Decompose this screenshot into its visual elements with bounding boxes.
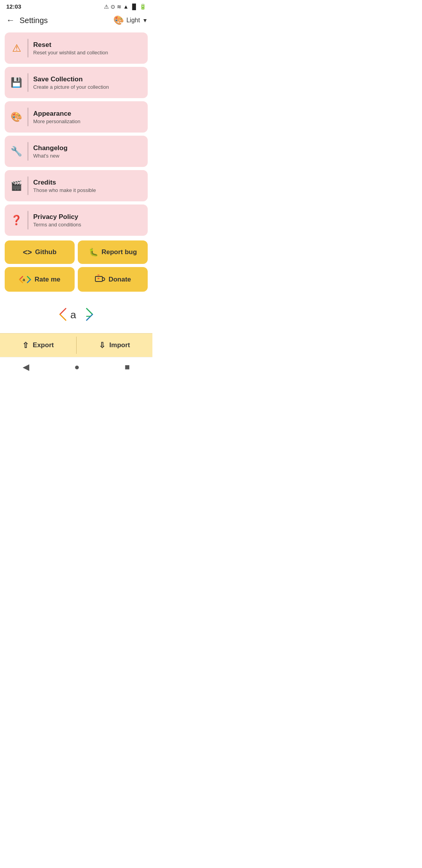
nav-recents-button[interactable]: ■: [125, 362, 130, 372]
report-bug-label: Report bug: [102, 248, 137, 256]
wifi-icon: ▲: [123, 4, 129, 10]
circle-icon: ⊙: [111, 4, 115, 10]
setting-card-reset[interactable]: ⚠ Reset Reset your wishlist and collecti…: [5, 32, 148, 64]
svg-line-7: [60, 314, 66, 320]
import-button[interactable]: ⇩ Import: [77, 334, 153, 357]
battery-icon: 🔋: [139, 4, 146, 10]
github-label: Github: [35, 248, 57, 256]
action-buttons-grid: <> Github 🐛 Report bug a Rate me: [5, 240, 148, 292]
credits-subtitle: Those who make it possible: [33, 187, 96, 193]
status-icons: ⚠ ⊙ ≋ ▲ ▐▌ 🔋: [104, 4, 146, 10]
privacy-policy-title: Privacy Policy: [33, 213, 81, 221]
film-icon: 🎬: [10, 180, 23, 191]
settings-content: ⚠ Reset Reset your wishlist and collecti…: [0, 29, 152, 333]
nav-home-button[interactable]: ●: [74, 362, 79, 372]
warning-triangle-icon: ⚠: [10, 42, 23, 54]
rate-me-button[interactable]: a Rate me: [5, 267, 75, 292]
bottom-bar: ⇧ Export ⇩ Import: [0, 333, 152, 357]
changelog-title: Changelog: [33, 144, 68, 152]
import-icon: ⇩: [99, 341, 106, 350]
setting-card-appearance[interactable]: 🎨 Appearance More personalization: [5, 101, 148, 133]
code-icon: <>: [23, 248, 32, 257]
card-divider: [27, 176, 29, 195]
privacy-policy-subtitle: Terms and conditions: [33, 222, 81, 228]
rate-me-label: Rate me: [34, 276, 60, 283]
svg-line-6: [60, 308, 66, 314]
report-bug-button[interactable]: 🐛 Report bug: [78, 240, 148, 264]
top-bar-left: ← Settings: [5, 14, 48, 27]
export-icon: ⇧: [22, 341, 29, 350]
setting-card-save-collection[interactable]: 💾 Save Collection Create a picture of yo…: [5, 67, 148, 98]
setting-card-credits[interactable]: 🎬 Credits Those who make it possible: [5, 170, 148, 201]
status-bar: 12:03 ⚠ ⊙ ≋ ▲ ▐▌ 🔋: [0, 0, 152, 11]
rate-icon: a: [19, 275, 31, 284]
svg-text:a: a: [23, 277, 25, 282]
export-label: Export: [33, 341, 54, 349]
svg-line-3: [27, 276, 30, 280]
card-divider: [27, 142, 29, 161]
warning-icon: ⚠: [104, 4, 109, 10]
reset-subtitle: Reset your wishlist and collection: [33, 50, 108, 56]
card-divider: [27, 39, 29, 57]
theme-label: Light: [126, 17, 140, 24]
credits-title: Credits: [33, 179, 96, 187]
palette-icon: 🎨: [113, 15, 124, 25]
setting-card-changelog[interactable]: 🔧 Changelog What's new: [5, 136, 148, 167]
save-collection-title: Save Collection: [33, 75, 109, 83]
svg-text:a: a: [70, 309, 76, 321]
wrench-icon: 🔧: [10, 146, 23, 157]
status-time: 12:03: [6, 3, 21, 10]
save-icon: 💾: [10, 77, 23, 88]
nav-bar: ◀ ● ■: [0, 357, 152, 377]
svg-line-1: [20, 280, 23, 283]
signal-bars-icon: ▐▌: [130, 4, 138, 10]
logo-area: a: [5, 295, 148, 330]
rate-me-icon-svg: a: [19, 275, 31, 284]
svg-line-4: [27, 280, 30, 283]
github-button[interactable]: <> Github: [5, 240, 75, 264]
coffee-heart-icon: [95, 274, 106, 285]
donate-button[interactable]: Donate: [78, 267, 148, 292]
import-label: Import: [109, 341, 130, 349]
nav-back-button[interactable]: ◀: [23, 362, 29, 372]
app-logo: a: [57, 303, 96, 326]
appearance-title: Appearance: [33, 110, 80, 118]
bug-icon: 🐛: [89, 247, 98, 257]
card-divider: [27, 73, 29, 92]
svg-line-0: [20, 276, 23, 280]
card-divider: [27, 211, 29, 230]
appearance-subtitle: More personalization: [33, 118, 80, 124]
back-button[interactable]: ←: [5, 14, 16, 27]
page-title: Settings: [20, 16, 48, 25]
donate-icon-svg: [95, 274, 106, 283]
donate-label: Donate: [109, 276, 131, 283]
changelog-subtitle: What's new: [33, 153, 68, 159]
svg-line-9: [87, 308, 93, 314]
card-divider: [27, 108, 29, 126]
signal-icon: ≋: [117, 4, 122, 10]
save-collection-subtitle: Create a picture of your collection: [33, 84, 109, 90]
svg-line-10: [87, 314, 93, 320]
chevron-down-icon: ▼: [142, 17, 148, 23]
theme-selector-button[interactable]: 🎨 Light ▼: [113, 15, 148, 25]
appearance-icon: 🎨: [10, 111, 23, 122]
export-button[interactable]: ⇧ Export: [0, 334, 76, 357]
setting-card-privacy-policy[interactable]: ❓ Privacy Policy Terms and conditions: [5, 204, 148, 236]
reset-title: Reset: [33, 41, 108, 49]
help-icon: ❓: [10, 215, 23, 226]
top-bar: ← Settings 🎨 Light ▼: [0, 11, 152, 29]
